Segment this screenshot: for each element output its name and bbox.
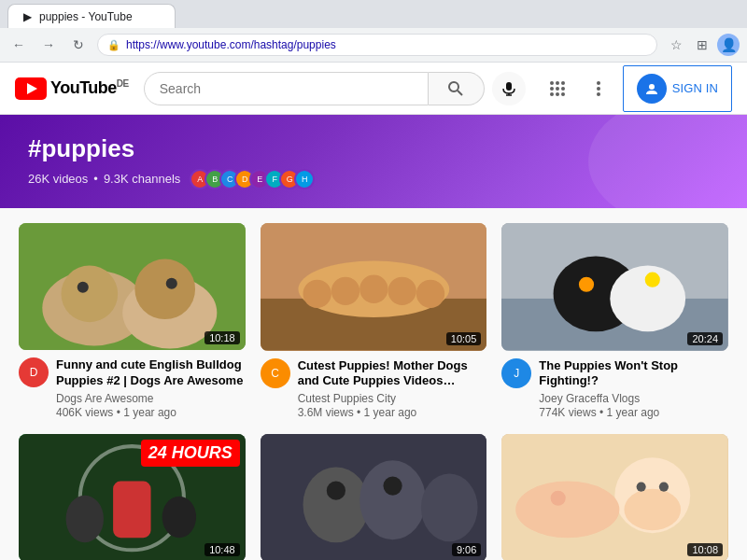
user-avatar-icon: [637, 74, 667, 104]
svg-point-50: [326, 482, 345, 500]
svg-point-33: [388, 277, 416, 305]
browser-profile-icon[interactable]: 👤: [717, 34, 740, 56]
hashtag-info: #puppies 26K videos • 9.3K channels ABCD…: [28, 134, 315, 189]
video-card[interactable]: 10:05 C Cutest Puppies! Mother Dogs and …: [261, 223, 487, 419]
search-button[interactable]: [429, 72, 485, 105]
extensions-button[interactable]: ⊞: [691, 34, 713, 56]
search-input[interactable]: [160, 81, 413, 96]
svg-point-10: [550, 87, 554, 91]
voice-search-button[interactable]: [492, 72, 526, 105]
content-area: 10:18 D Funny and cute English Bulldog P…: [0, 208, 747, 560]
svg-point-8: [556, 81, 559, 85]
svg-point-57: [515, 482, 619, 539]
channel-thumbnail: J: [501, 358, 531, 388]
apps-button[interactable]: [541, 72, 574, 105]
address-bar[interactable]: 🔒 https://www.youtube.com/hashtag/puppie…: [97, 34, 657, 56]
video-card[interactable]: 20:24 J The Puppies Won't Stop Fighting!…: [501, 223, 728, 419]
thumbnail-wrapper: 10:18: [19, 223, 246, 350]
svg-point-56: [659, 483, 669, 492]
back-button[interactable]: ←: [7, 34, 30, 56]
svg-point-49: [421, 474, 478, 542]
more-options-button[interactable]: [582, 72, 615, 105]
yt-nav-actions: SIGN IN: [541, 65, 732, 112]
channel-avatars: ABCDEFGH: [190, 169, 315, 189]
svg-point-12: [561, 87, 565, 91]
url-scheme: https://www.youtube.com/hashtag/puppies: [126, 38, 336, 51]
tab-favicon: ▶: [23, 10, 32, 23]
video-count: 26K videos: [28, 172, 88, 186]
video-channel: Cutest Puppies City: [298, 392, 487, 405]
svg-point-2: [449, 82, 458, 91]
forward-button[interactable]: →: [37, 34, 60, 56]
svg-point-44: [162, 497, 196, 538]
svg-point-23: [62, 265, 119, 322]
svg-point-17: [597, 87, 600, 91]
thumbnail-bg: [261, 434, 487, 560]
svg-point-48: [359, 461, 426, 540]
svg-point-47: [303, 468, 369, 543]
hashtag-meta: 26K videos • 9.3K channels ABCDEFGH: [28, 169, 315, 189]
svg-point-30: [303, 280, 331, 308]
video-card[interactable]: 9:06 F We Fostered Three Puppies | The F…: [261, 434, 487, 560]
svg-point-13: [550, 92, 554, 96]
lock-icon: 🔒: [107, 39, 120, 51]
svg-point-24: [134, 259, 195, 319]
refresh-button[interactable]: ↻: [67, 34, 90, 56]
svg-line-3: [458, 91, 462, 95]
duration-badge: 10:08: [687, 543, 723, 556]
video-title: The Puppies Won't Stop Fighting!?: [539, 358, 728, 390]
duration-badge: 9:06: [452, 543, 481, 556]
hashtag-banner: #puppies 26K videos • 9.3K channels ABCD…: [0, 115, 747, 208]
svg-point-34: [416, 280, 444, 308]
svg-point-18: [597, 92, 600, 96]
video-info: J The Puppies Won't Stop Fighting!? Joey…: [501, 358, 728, 420]
video-card[interactable]: 10:08 B Cute Puppies and Babies Playing …: [501, 434, 728, 560]
svg-point-54: [625, 489, 682, 530]
video-meta: 774K views • 1 year ago: [539, 406, 728, 419]
channel-count: 9.3K channels: [104, 172, 180, 186]
video-title: Cutest Puppies! Mother Dogs and Cute Pup…: [298, 358, 487, 390]
signin-label: SIGN IN: [672, 81, 718, 95]
signin-button[interactable]: SIGN IN: [623, 65, 732, 112]
thumbnail-wrapper: 24 HOURS 10:48: [19, 434, 246, 560]
svg-point-40: [645, 273, 660, 287]
video-meta: 3.6M views • 1 year ago: [298, 406, 487, 419]
meta-separator: •: [93, 172, 98, 186]
thumbnail-wrapper: 10:05: [261, 223, 487, 351]
svg-point-19: [649, 84, 655, 90]
video-grid: 10:18 D Funny and cute English Bulldog P…: [19, 223, 728, 560]
svg-rect-45: [113, 482, 150, 539]
thumbnail-wrapper: 20:24: [501, 223, 728, 351]
svg-point-26: [166, 278, 177, 289]
yt-search-box: [144, 72, 429, 105]
video-channel: Joey Graceffa Vlogs: [539, 392, 728, 405]
yt-logo-de: DE: [117, 78, 129, 89]
channel-avatar: H: [294, 169, 315, 189]
bookmark-button[interactable]: ☆: [665, 34, 687, 56]
svg-point-7: [550, 81, 554, 85]
video-details: The Puppies Won't Stop Fighting!? Joey G…: [539, 358, 728, 420]
svg-point-51: [383, 477, 402, 496]
yt-logo[interactable]: YouTubeDE: [15, 77, 129, 100]
overlay-badge: 24 HOURS: [141, 440, 240, 467]
duration-badge: 10:18: [204, 331, 240, 344]
browser-actions: ☆ ⊞ 👤: [665, 34, 740, 56]
video-details: Cutest Puppies! Mother Dogs and Cute Pup…: [298, 358, 487, 420]
svg-point-39: [579, 277, 594, 292]
hashtag-title: #puppies: [28, 134, 315, 163]
yt-search-container: [144, 72, 526, 105]
browser-tab[interactable]: ▶ puppies - YouTube: [7, 4, 176, 28]
video-channel: Dogs Are Awesome: [56, 392, 246, 405]
video-card[interactable]: 24 HOURS 10:48 S Trapped in a BUBBLE TEN…: [19, 434, 246, 560]
video-card[interactable]: 10:18 D Funny and cute English Bulldog P…: [19, 223, 246, 419]
svg-point-9: [561, 81, 565, 85]
svg-point-58: [551, 491, 566, 506]
duration-badge: 20:24: [687, 332, 723, 345]
video-title: Funny and cute English Bulldog Puppies #…: [56, 357, 246, 389]
svg-point-15: [561, 92, 565, 96]
thumbnail-wrapper: 10:08: [501, 434, 728, 560]
channel-thumbnail: D: [19, 357, 49, 387]
svg-point-14: [556, 92, 559, 96]
svg-point-55: [637, 483, 646, 492]
thumbnail-bg: [501, 434, 728, 560]
